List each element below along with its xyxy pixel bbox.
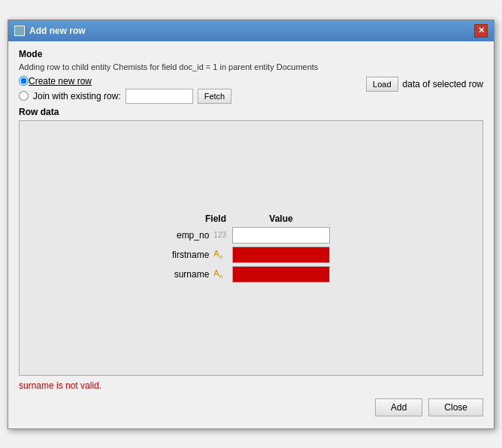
- error-message: surname is not valid.: [19, 380, 483, 391]
- close-title-button[interactable]: ✕: [474, 24, 488, 38]
- join-existing-radio[interactable]: [19, 91, 29, 101]
- mode-section-label: Mode: [19, 49, 483, 59]
- field-table-area: Field Value emp_no 123: [169, 212, 333, 284]
- title-bar-left: Add new row: [14, 26, 86, 36]
- bottom-buttons: Add Close: [19, 398, 483, 421]
- dialog-body: Mode Adding row to child entity Chemists…: [8, 41, 494, 428]
- join-existing-row-option: Join with existing row: Fetch: [19, 89, 231, 104]
- close-button[interactable]: Close: [428, 398, 483, 416]
- row-data-label: Row data: [19, 107, 483, 117]
- load-area: Load data of selected row: [366, 77, 483, 92]
- field-value-cell-surname[interactable]: [229, 265, 333, 284]
- mode-description: Adding row to child entity Chemists for …: [19, 62, 483, 71]
- firstname-input[interactable]: [232, 247, 330, 263]
- radio-group: Create new row Join with existing row: F…: [19, 76, 231, 104]
- create-new-row-radio[interactable]: [19, 76, 29, 86]
- fetch-button[interactable]: Fetch: [198, 89, 232, 104]
- add-new-row-dialog: Add new row ✕ Mode Adding row to child e…: [8, 20, 494, 429]
- row-data-box: Field Value emp_no 123: [19, 120, 483, 376]
- add-button[interactable]: Add: [375, 398, 422, 416]
- create-new-row-label[interactable]: Create new row: [29, 76, 92, 86]
- field-header: Field: [169, 212, 229, 226]
- dialog-title: Add new row: [29, 26, 86, 36]
- field-type-icon-empno: 123: [212, 226, 229, 245]
- create-new-row-text: Create new row: [29, 76, 92, 86]
- create-new-row-option: Create new row: [19, 76, 231, 86]
- field-value-cell-empno[interactable]: [229, 226, 333, 245]
- field-type-icon-surname: Ao: [212, 265, 229, 284]
- field-value-cell-firstname[interactable]: [229, 245, 333, 265]
- field-name-surname: surname: [169, 265, 212, 284]
- title-bar: Add new row ✕: [8, 20, 494, 41]
- table-row: firstname Ao: [169, 245, 333, 265]
- row-data-section: Row data Field Value emp_n: [19, 107, 483, 376]
- value-header: Value: [229, 212, 333, 226]
- data-of-selected-row-label: data of selected row: [403, 79, 483, 89]
- field-name-firstname: firstname: [169, 245, 212, 265]
- field-value-table: Field Value emp_no 123: [169, 212, 333, 284]
- load-button[interactable]: Load: [366, 77, 398, 92]
- empno-input[interactable]: [232, 227, 330, 244]
- surname-input[interactable]: [232, 266, 330, 283]
- field-name-empno: emp_no: [169, 226, 212, 245]
- join-existing-label[interactable]: Join with existing row:: [33, 91, 121, 101]
- join-existing-input[interactable]: [126, 89, 193, 104]
- table-row: emp_no 123: [169, 226, 333, 245]
- field-type-icon-firstname: Ao: [212, 245, 229, 265]
- dialog-icon: [14, 26, 25, 36]
- table-row: surname Ao: [169, 265, 333, 284]
